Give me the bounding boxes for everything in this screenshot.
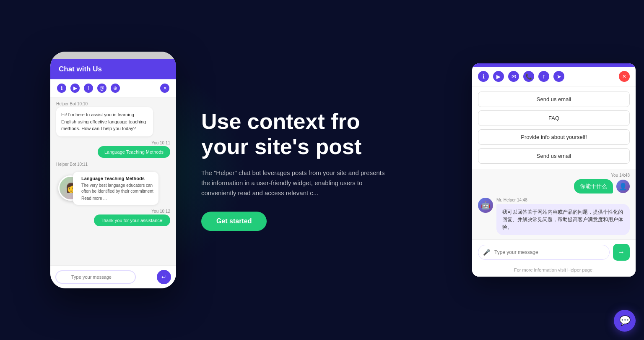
chat-input-row: 🎤 ↵: [50, 265, 176, 288]
widget-icons-row: ℹ ▶ ✉ 📞 f ➤ ✕: [472, 67, 636, 86]
widget-chat-input[interactable]: [478, 245, 610, 260]
widget-footer: For more information visit Helper page.: [472, 265, 636, 277]
center-text-area: Use context froyour site's post The "Hel…: [201, 109, 394, 231]
widget-user-avatar: 👤: [616, 180, 630, 193]
user-message-1: You 10:11 Language Teaching Methods: [56, 141, 170, 158]
widget-user-message: 你能干什么 👤: [478, 179, 630, 194]
widget-bot-message: 🤖 Mr. Helper 14:48 我可以回答关于网站内容或产品的问题，提供个…: [478, 198, 630, 235]
play-icon[interactable]: ▶: [70, 84, 80, 93]
subtext: The "Helper" chat bot leverages posts fr…: [201, 168, 394, 198]
widget-chat-area: You 14:48 你能干什么 👤 🤖 Mr. Helper 14:48 我可以…: [472, 169, 636, 239]
chat-body: Helper Bot 10:10 Hi! I'm here to assist …: [50, 97, 176, 265]
widget-send-button[interactable]: →: [613, 244, 630, 261]
option-send-email-2[interactable]: Send us email: [478, 148, 630, 164]
bot-label-1: Helper Bot 10:10: [56, 102, 170, 106]
user-bubble-1: Language Teaching Methods: [98, 146, 170, 158]
send-button[interactable]: ↵: [157, 270, 171, 284]
widget-info-icon[interactable]: ℹ: [478, 71, 489, 82]
right-widget: ℹ ▶ ✉ 📞 f ➤ ✕ Send us email FAQ Provide …: [472, 63, 636, 277]
chat-header: Chat with Us: [50, 59, 176, 79]
headline: Use context froyour site's post: [201, 109, 394, 160]
user-bubble-row-1: Language Teaching Methods: [56, 146, 170, 158]
at-icon[interactable]: @: [97, 84, 106, 93]
close-icon[interactable]: ✕: [160, 84, 169, 93]
widget-user-label: You 14:48: [478, 173, 630, 178]
card-text: The very best language educators can oft…: [81, 183, 153, 194]
widget-bot-bubble: 我可以回答关于网站内容或产品的问题，提供个性化的回复、并解决常见问题，帮助提高客…: [496, 204, 630, 235]
chat-icons-row: ℹ ▶ f @ ⊕ ✕: [50, 79, 176, 97]
option-send-email-1[interactable]: Send us email: [478, 92, 630, 107]
widget-facebook-icon[interactable]: f: [538, 71, 549, 82]
widget-top-bar: [472, 63, 636, 67]
input-wrapper: 🎤: [55, 270, 153, 284]
option-faq[interactable]: FAQ: [478, 110, 630, 126]
bot-message-1: Helper Bot 10:10 Hi! I'm here to assist …: [56, 102, 170, 136]
phone-top-bar: [50, 52, 176, 59]
floating-chat-button[interactable]: 💬: [614, 310, 636, 332]
widget-bot-bubble-wrap: Mr. Helper 14:48 我可以回答关于网站内容或产品的问题，提供个性化…: [496, 198, 630, 235]
phone-mockup: Chat with Us ℹ ▶ f @ ⊕ ✕ Helper Bot 10:1…: [50, 52, 176, 288]
chat-input[interactable]: [55, 270, 136, 284]
user-bubble-2: Thank you for your assistance!: [94, 214, 170, 226]
bot-label-2: Helper Bot 10:11: [56, 162, 170, 167]
widget-bot-label: Mr. Helper 14:48: [496, 198, 630, 202]
phone-mockup-wrapper: Chat with Us ℹ ▶ f @ ⊕ ✕ Helper Bot 10:1…: [50, 52, 184, 288]
widget-play-icon[interactable]: ▶: [493, 71, 504, 82]
widget-user-bubble: 你能干什么: [574, 179, 613, 194]
widget-mail-icon[interactable]: ✉: [508, 71, 519, 82]
widget-input-wrapper: 🎤: [478, 245, 610, 260]
chat-header-title: Chat with Us: [59, 65, 102, 73]
user-label-2: You 10:12: [56, 209, 170, 214]
widget-phone-icon[interactable]: 📞: [523, 71, 534, 82]
user-message-2: You 10:12 Thank you for your assistance!: [56, 209, 170, 226]
card-content: Language Teaching Methods The very best …: [76, 172, 158, 205]
widget-close-icon[interactable]: ✕: [619, 71, 630, 82]
user-bubble-row-2: Thank you for your assistance!: [56, 214, 170, 226]
widget-mic-icon: 🎤: [483, 249, 490, 256]
widget-options: Send us email FAQ Provide info about you…: [472, 86, 636, 169]
widget-bot-avatar: 🤖: [478, 198, 493, 213]
widget-input-row: 🎤 →: [472, 239, 636, 265]
floating-chat-icon: 💬: [619, 315, 631, 326]
card-title: Language Teaching Methods: [81, 176, 153, 181]
card-read-more[interactable]: Read more ...: [81, 196, 153, 201]
card-bubble[interactable]: Language Teaching Methods The very best …: [73, 172, 158, 205]
facebook-icon[interactable]: f: [84, 84, 93, 93]
location-icon[interactable]: ⊕: [111, 84, 120, 93]
widget-telegram-icon[interactable]: ➤: [553, 71, 564, 82]
user-label-1: You 10:11: [56, 141, 170, 145]
bot-bubble-1: Hi! I'm here to assist you in learning E…: [56, 107, 153, 136]
option-provide-info[interactable]: Provide info about yourself!: [478, 129, 630, 145]
card-message: 👩 Language Teaching Methods The very bes…: [73, 172, 170, 205]
main-layout: Chat with Us ℹ ▶ f @ ⊕ ✕ Helper Bot 10:1…: [0, 0, 644, 340]
info-icon[interactable]: ℹ: [57, 84, 66, 93]
get-started-button[interactable]: Get started: [201, 212, 267, 231]
